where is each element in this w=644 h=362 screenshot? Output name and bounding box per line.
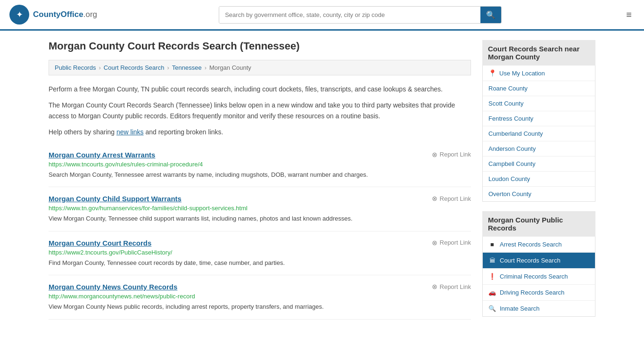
result-desc-1: View Morgan County, Tennessee child supp… <box>49 214 471 223</box>
new-links-link[interactable]: new links <box>116 128 144 136</box>
nearby-county-link-7[interactable]: Overton County <box>488 190 531 197</box>
use-location-item[interactable]: 📍 Use My Location <box>483 66 595 81</box>
description-1: Perform a free Morgan County, TN public … <box>49 84 471 94</box>
pub-rec-item-4[interactable]: 🔍 Inmate Search <box>483 301 595 316</box>
report-label-2: Report Link <box>440 239 471 246</box>
report-icon-0: ⊗ <box>432 151 438 158</box>
report-link-2[interactable]: ⊗ Report Link <box>432 239 471 247</box>
result-url-3[interactable]: http://www.morgancountynews.net/news/pub… <box>49 293 471 300</box>
result-desc-3: View Morgan County News public records, … <box>49 302 471 312</box>
pub-rec-icon-3: 🚗 <box>488 289 496 296</box>
nearby-county-6: Loudon County <box>483 172 595 187</box>
breadcrumb-current: Morgan County <box>209 64 251 71</box>
pub-rec-icon-1: 🏛 <box>488 257 496 264</box>
result-desc-2: Find Morgan County, Tennessee court reco… <box>49 258 471 268</box>
pub-rec-item-0[interactable]: ■ Arrest Records Search <box>483 237 595 253</box>
use-location-label: Use My Location <box>499 70 545 77</box>
nearby-county-3: Cumberland County <box>483 126 595 141</box>
report-link-0[interactable]: ⊗ Report Link <box>432 151 471 158</box>
nearby-county-5: Campbell County <box>483 156 595 172</box>
report-label-1: Report Link <box>440 195 471 202</box>
result-title-0[interactable]: Morgan County Arrest Warrants <box>49 151 155 159</box>
pub-rec-link-4[interactable]: Inmate Search <box>500 305 540 312</box>
nearby-county-7: Overton County <box>483 187 595 201</box>
breadcrumb: Public Records › Court Records Search › … <box>49 60 471 75</box>
report-icon-2: ⊗ <box>432 239 438 247</box>
search-area: 🔍 <box>219 6 502 24</box>
nearby-county-link-3[interactable]: Cumberland County <box>488 130 543 137</box>
nearby-county-link-0[interactable]: Roane County <box>488 85 528 92</box>
breadcrumb-sep-2: › <box>167 64 169 71</box>
search-input[interactable] <box>219 7 480 23</box>
result-title-1[interactable]: Morgan County Child Support Warrants <box>49 195 182 203</box>
result-desc-0: Search Morgan County, Tennessee arrest w… <box>49 170 471 180</box>
report-icon-1: ⊗ <box>432 195 438 202</box>
report-link-1[interactable]: ⊗ Report Link <box>432 195 471 202</box>
result-item: Morgan County Child Support Warrants ⊗ R… <box>49 187 471 231</box>
pub-rec-link-0[interactable]: Arrest Records Search <box>500 241 562 248</box>
pub-rec-icon-0: ■ <box>488 241 496 248</box>
desc3-prefix: Help others by sharing <box>49 128 116 136</box>
content-area: Morgan County Court Records Search (Tenn… <box>49 40 471 326</box>
page-title: Morgan County Court Records Search (Tenn… <box>49 40 471 52</box>
sidebar: Court Records Search near Morgan County … <box>482 40 595 326</box>
main-container: Morgan County Court Records Search (Tenn… <box>39 31 605 336</box>
public-records-section: Morgan County Public Records ■ Arrest Re… <box>482 211 595 317</box>
report-link-3[interactable]: ⊗ Report Link <box>432 283 471 290</box>
logo-brand: CountyOffice.org <box>33 10 97 19</box>
nearby-county-0: Roane County <box>483 81 595 96</box>
breadcrumb-court-records[interactable]: Court Records Search <box>104 64 165 71</box>
menu-button[interactable]: ≡ <box>623 7 635 23</box>
report-icon-3: ⊗ <box>432 283 438 290</box>
nearby-header: Court Records Search near Morgan County <box>482 40 595 66</box>
nearby-counties-list: Roane CountyScott CountyFentress CountyC… <box>483 81 595 201</box>
pub-rec-link-3[interactable]: Driving Records Search <box>500 289 564 296</box>
pub-rec-icon-2: ❗ <box>488 273 496 280</box>
result-url-0[interactable]: https://www.tncourts.gov/rules/rules-cri… <box>49 161 471 168</box>
breadcrumb-tennessee[interactable]: Tennessee <box>172 64 202 71</box>
breadcrumb-public-records[interactable]: Public Records <box>55 64 96 71</box>
site-header: ✦ CountyOffice.org 🔍 ≡ <box>0 0 644 31</box>
nearby-county-link-4[interactable]: Anderson County <box>488 145 536 152</box>
description-2: The Morgan County Court Records Search (… <box>49 100 471 121</box>
breadcrumb-sep-3: › <box>205 64 206 71</box>
pub-rec-item-2[interactable]: ❗ Criminal Records Search <box>483 269 595 285</box>
pub-rec-item-1[interactable]: 🏛 Court Records Search <box>483 253 595 269</box>
result-item: Morgan County Arrest Warrants ⊗ Report L… <box>49 143 471 188</box>
public-records-list: ■ Arrest Records Search 🏛 Court Records … <box>482 237 595 317</box>
pub-rec-link-2[interactable]: Criminal Records Search <box>500 273 568 280</box>
search-box: 🔍 <box>219 6 502 24</box>
desc3-suffix: and reporting broken links. <box>144 128 223 136</box>
result-url-2[interactable]: https://www2.tncourts.gov/PublicCaseHist… <box>49 249 471 256</box>
report-label-3: Report Link <box>440 283 471 290</box>
result-url-1[interactable]: https://www.tn.gov/humanservices/for-fam… <box>49 205 471 212</box>
pub-rec-link-1[interactable]: Court Records Search <box>500 257 561 264</box>
description-3: Help others by sharing new links and rep… <box>49 127 471 137</box>
nearby-county-1: Scott County <box>483 96 595 111</box>
breadcrumb-sep-1: › <box>99 64 100 71</box>
logo-area: ✦ CountyOffice.org <box>9 5 97 25</box>
nearby-list: 📍 Use My Location Roane CountyScott Coun… <box>482 66 595 202</box>
nearby-county-2: Fentress County <box>483 111 595 126</box>
nearby-section: Court Records Search near Morgan County … <box>482 40 595 202</box>
nearby-county-link-2[interactable]: Fentress County <box>488 115 533 122</box>
logo-icon: ✦ <box>9 5 29 25</box>
logo-text: CountyOffice.org <box>33 10 97 19</box>
results-container: Morgan County Arrest Warrants ⊗ Report L… <box>49 143 471 320</box>
report-label-0: Report Link <box>440 151 471 158</box>
location-pin-icon: 📍 <box>488 69 496 77</box>
result-title-2[interactable]: Morgan County Court Records <box>49 239 151 247</box>
pub-rec-icon-4: 🔍 <box>488 305 496 312</box>
result-item: Morgan County News County Records ⊗ Repo… <box>49 275 471 320</box>
result-item: Morgan County Court Records ⊗ Report Lin… <box>49 231 471 276</box>
result-title-3[interactable]: Morgan County News County Records <box>49 283 177 291</box>
public-records-header: Morgan County Public Records <box>482 211 595 237</box>
nearby-county-link-5[interactable]: Campbell County <box>488 160 536 167</box>
nearby-county-4: Anderson County <box>483 141 595 156</box>
pub-rec-item-3[interactable]: 🚗 Driving Records Search <box>483 285 595 301</box>
search-button[interactable]: 🔍 <box>480 7 501 23</box>
nearby-county-link-6[interactable]: Loudon County <box>488 175 530 182</box>
nearby-county-link-1[interactable]: Scott County <box>488 100 523 107</box>
